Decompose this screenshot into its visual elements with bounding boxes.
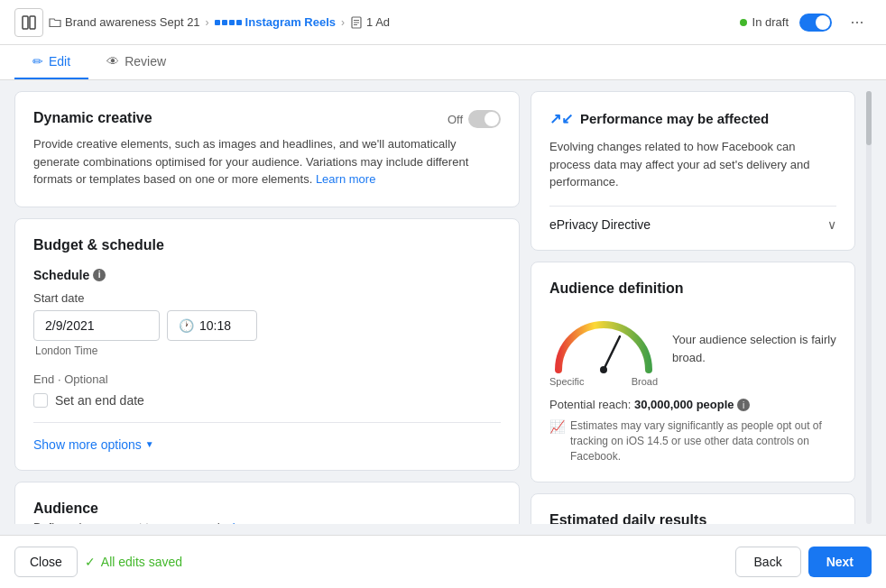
tab-review[interactable]: 👁 Review	[88, 45, 184, 79]
end-date-checkbox-row: Set an end date	[33, 393, 501, 408]
estimated-daily-card: Estimated daily results	[531, 493, 855, 524]
dynamic-creative-header: Dynamic creative Off	[33, 110, 501, 128]
start-date-input[interactable]: 2/9/2021	[33, 310, 160, 341]
divider	[33, 422, 501, 423]
potential-reach: Potential reach: 30,000,000 people i	[549, 398, 836, 412]
reach-info-icon[interactable]: i	[737, 399, 750, 411]
instagram-grid-icon	[215, 20, 242, 25]
tab-bar: ✏ Edit 👁 Review	[0, 45, 886, 80]
tab-edit[interactable]: ✏ Edit	[14, 45, 88, 79]
performance-text: Evolving changes related to how Facebook…	[549, 138, 836, 191]
saved-status: ✓ All edits saved	[85, 555, 182, 569]
close-button[interactable]: Close	[14, 547, 78, 577]
timezone-label: London Time	[35, 345, 501, 357]
back-button[interactable]: Back	[735, 547, 801, 577]
audience-description: Define who you want to see your ads. Lea…	[33, 520, 501, 525]
status-dot	[740, 19, 747, 26]
audience-definition-title: Audience definition	[549, 280, 836, 297]
eprivacy-row[interactable]: ePrivacy Directive ∨	[549, 206, 836, 232]
start-date-label: Start date	[33, 291, 501, 305]
breadcrumb-sep-1: ›	[206, 16, 209, 29]
dynamic-creative-description: Provide creative elements, such as image…	[33, 135, 501, 188]
end-date-checkbox[interactable]	[33, 393, 48, 408]
top-nav: Brand awareness Sept 21 › Instagram Reel…	[0, 0, 886, 45]
review-icon: 👁	[106, 54, 119, 69]
audience-learn-more[interactable]: Learn more	[232, 520, 291, 525]
show-more-options-button[interactable]: Show more options ▼	[33, 437, 501, 452]
doc-icon	[350, 16, 363, 29]
svg-rect-0	[23, 16, 28, 29]
end-section: End · Optional Set an end date	[33, 372, 501, 408]
audience-gauge	[549, 311, 658, 374]
dynamic-creative-card: Dynamic creative Off Provide creative el…	[14, 91, 520, 207]
budget-schedule-card: Budget & schedule Schedule i Start date …	[14, 218, 520, 471]
performance-header: ↗↙ Performance may be affected	[549, 110, 836, 127]
right-panel: ↗↙ Performance may be affected Evolving …	[531, 91, 855, 524]
audience-definition-card: Audience definition	[531, 262, 855, 483]
bottom-right: Back Next	[735, 547, 872, 577]
draft-status-badge: In draft	[740, 15, 789, 29]
gauge-container: Specific Broad Your audience selection i…	[549, 311, 836, 387]
svg-line-6	[604, 336, 620, 370]
date-time-row: 2/9/2021 🕐 10:18	[33, 310, 501, 341]
eprivacy-label: ePrivacy Directive	[549, 217, 651, 232]
breadcrumb-item-campaign[interactable]: Brand awareness Sept 21	[49, 15, 200, 29]
chevron-down-icon: ∨	[827, 217, 836, 232]
toggle-off-switch[interactable]	[468, 110, 501, 128]
estimated-daily-title: Estimated daily results	[549, 512, 836, 524]
draft-toggle[interactable]	[799, 14, 832, 32]
audience-selection-desc: Your audience selection is fairly broad.	[672, 331, 836, 366]
performance-card: ↗↙ Performance may be affected Evolving …	[531, 91, 855, 251]
end-date-checkbox-label[interactable]: Set an end date	[55, 393, 144, 408]
folder-icon	[49, 16, 61, 29]
audience-title: Audience	[33, 501, 501, 517]
svg-rect-1	[30, 16, 35, 29]
main-content: Dynamic creative Off Provide creative el…	[0, 80, 886, 535]
schedule-label: Schedule i	[33, 268, 501, 282]
nav-right: In draft ···	[740, 8, 872, 37]
left-panel: Dynamic creative Off Provide creative el…	[14, 91, 520, 524]
check-icon: ✓	[85, 555, 96, 569]
dynamic-creative-learn-more[interactable]: Learn more	[316, 172, 375, 186]
edit-icon: ✏	[32, 54, 43, 69]
start-time-input[interactable]: 🕐 10:18	[167, 310, 257, 341]
end-label: End · Optional	[33, 372, 501, 386]
estimates-icon: 📈	[549, 418, 565, 464]
dynamic-creative-toggle[interactable]: Off	[448, 110, 501, 128]
audience-card: Audience Define who you want to see your…	[14, 482, 520, 525]
sidebar-toggle-icon[interactable]	[14, 8, 43, 37]
breadcrumb-item-adset[interactable]: Instagram Reels	[215, 15, 336, 29]
estimates-text: 📈 Estimates may vary significantly as pe…	[549, 418, 836, 464]
clock-icon: 🕐	[179, 318, 194, 333]
gauge-labels: Specific Broad	[549, 376, 658, 387]
breadcrumb-area: Brand awareness Sept 21 › Instagram Reel…	[14, 8, 390, 37]
scroll-indicator	[866, 91, 872, 524]
chevron-down-icon: ▼	[145, 439, 154, 449]
breadcrumb-sep-2: ›	[341, 16, 345, 29]
scroll-thumb	[866, 91, 872, 145]
svg-point-7	[600, 366, 607, 373]
breadcrumb-item-ad[interactable]: 1 Ad	[350, 15, 390, 29]
bottom-bar: Close ✓ All edits saved Back Next	[0, 535, 886, 588]
next-button[interactable]: Next	[808, 547, 872, 577]
budget-schedule-title: Budget & schedule	[33, 237, 501, 253]
bottom-left: Close ✓ All edits saved	[14, 547, 182, 577]
dynamic-creative-title: Dynamic creative	[33, 110, 152, 126]
schedule-info-icon[interactable]: i	[93, 269, 106, 281]
more-options-button[interactable]: ···	[843, 8, 872, 37]
performance-icon: ↗↙	[549, 110, 573, 127]
